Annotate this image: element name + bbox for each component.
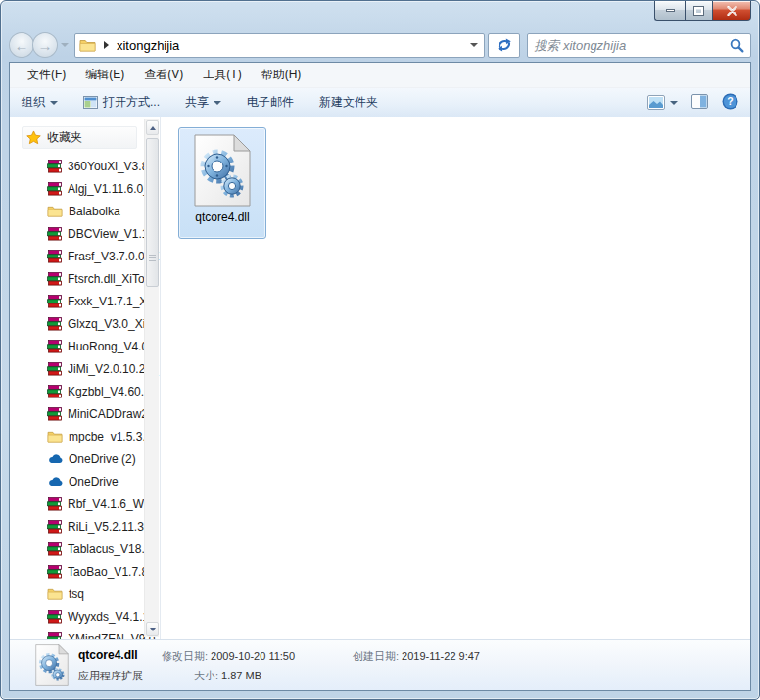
sidebar-item[interactable]: TaoBao_V1.7.8.: [10, 560, 160, 583]
command-bar: 组织 打开方式... 共享 电子邮件 新建文件夹: [10, 88, 750, 117]
details-file-name: qtcore4.dll: [78, 648, 138, 662]
new-folder-button[interactable]: 新建文件夹: [319, 94, 378, 111]
close-icon: [727, 6, 737, 16]
scrollbar-thumb[interactable]: [146, 138, 159, 287]
sidebar-item[interactable]: MiniCADDraw20: [10, 402, 160, 425]
sidebar-item[interactable]: Fxxk_V1.7.1_XiT: [10, 290, 160, 312]
sidebar-item[interactable]: Wyyxds_V4.1.1.: [10, 605, 160, 628]
archive-icon: [47, 520, 62, 534]
menu-help[interactable]: 帮助(H): [261, 67, 302, 83]
sidebar-item-label: OneDrive (2): [69, 452, 136, 466]
details-file-type: 应用程序扩展: [78, 669, 143, 683]
organize-button[interactable]: 组织: [22, 94, 58, 111]
file-item-qtcore4-dll[interactable]: qtcore4.dll: [178, 127, 266, 239]
search-input[interactable]: [534, 38, 730, 53]
forward-button[interactable]: →: [32, 32, 58, 58]
views-button[interactable]: [647, 95, 678, 110]
sidebar-item-label: Kgzbbl_V4.60.0: [68, 385, 151, 398]
sidebar-item[interactable]: mpcbe_v1.5.3.4: [10, 425, 160, 447]
navigation-bar: ← → xitongzhijia: [9, 28, 751, 62]
folder-icon: [79, 38, 96, 52]
help-icon: ?: [722, 93, 738, 110]
content-frame: 文件(F) 编辑(E) 查看(V) 工具(T) 帮助(H) 组织 打开方式...: [9, 62, 751, 691]
archive-icon: [47, 362, 62, 376]
share-button[interactable]: 共享: [185, 94, 221, 111]
chevron-down-icon: [214, 101, 221, 105]
sidebar-item[interactable]: HuoRong_V4.0.: [10, 335, 160, 357]
title-bar[interactable]: [1, 1, 759, 28]
sidebar-scrollbar[interactable]: [144, 119, 159, 637]
body-row: 收藏夹 360YouXi_V3.8.Algj_V1.11.6.0_XBalabo…: [10, 117, 750, 639]
scroll-down-button[interactable]: [146, 622, 159, 636]
search-icon[interactable]: [730, 38, 744, 53]
sidebar-item-label: Ftsrch.dll_XiTon: [68, 272, 151, 286]
menu-file[interactable]: 文件(F): [27, 67, 66, 83]
preview-pane-icon: [691, 94, 708, 109]
sidebar-item[interactable]: OneDrive: [10, 470, 160, 492]
details-size: 大小:1.87 MB: [194, 669, 261, 683]
favorites-header[interactable]: 收藏夹: [22, 126, 137, 149]
archive-icon: [47, 340, 62, 353]
cloud-icon: [47, 476, 63, 487]
details-file-icon: [35, 644, 69, 688]
archive-icon: [47, 160, 62, 173]
archive-icon: [47, 385, 62, 398]
address-bar[interactable]: xitongzhijia: [74, 33, 485, 58]
folder-icon: [47, 205, 63, 217]
sidebar-item[interactable]: OneDrive (2): [10, 447, 160, 470]
scroll-up-button[interactable]: [146, 120, 159, 135]
details-created: 创建日期:2019-11-22 9:47: [353, 649, 480, 664]
sidebar-item[interactable]: Glxzq_V3.0_XiTo: [10, 312, 160, 335]
sidebar-item-label: 360YouXi_V3.8.: [68, 160, 152, 173]
breadcrumb-separator-icon: [104, 41, 109, 49]
sidebar-item-label: Rbf_V4.1.6_Win: [68, 497, 153, 511]
sidebar-item[interactable]: 360YouXi_V3.8.: [10, 155, 160, 177]
preview-pane-button[interactable]: [691, 94, 708, 112]
archive-icon: [47, 542, 62, 556]
file-list-area[interactable]: qtcore4.dll: [161, 117, 750, 639]
menu-edit[interactable]: 编辑(E): [85, 67, 124, 83]
chevron-down-icon: [50, 101, 58, 105]
close-button[interactable]: [712, 1, 751, 21]
sidebar-item[interactable]: Tablacus_V18.0: [10, 537, 160, 560]
archive-icon: [47, 295, 62, 308]
sidebar-item[interactable]: Rbf_V4.1.6_Win: [10, 492, 160, 515]
back-button[interactable]: ←: [9, 32, 34, 58]
folder-icon: [47, 430, 63, 443]
email-button[interactable]: 电子邮件: [247, 94, 294, 111]
star-icon: [26, 130, 41, 145]
archive-icon: [47, 182, 62, 196]
sidebar-item[interactable]: JiMi_V2.0.10.24_: [10, 357, 160, 380]
sidebar-item-label: tsq: [69, 587, 84, 601]
folder-icon: [47, 587, 63, 600]
archive-icon: [47, 272, 62, 286]
open-with-button[interactable]: 打开方式...: [83, 94, 160, 111]
maximize-button[interactable]: [685, 1, 712, 21]
help-button[interactable]: ?: [722, 93, 738, 113]
sidebar-item[interactable]: Frasf_V3.7.0.0_X: [10, 245, 160, 267]
archive-icon: [47, 250, 62, 263]
refresh-button[interactable]: [488, 33, 520, 58]
recent-pages-dropdown-icon[interactable]: [61, 43, 69, 47]
sidebar-item[interactable]: tsq: [10, 583, 160, 605]
menu-view[interactable]: 查看(V): [144, 67, 183, 83]
minimize-button[interactable]: [654, 1, 685, 21]
back-arrow-icon: ←: [14, 37, 28, 54]
sidebar-item-label: MiniCADDraw20: [68, 407, 155, 421]
dll-file-icon: [194, 134, 251, 207]
menu-tools[interactable]: 工具(T): [203, 67, 241, 83]
sidebar-item[interactable]: Kgzbbl_V4.60.0: [10, 380, 160, 402]
sidebar-item[interactable]: Balabolka: [10, 200, 160, 222]
sidebar-item-label: Balabolka: [69, 205, 120, 218]
sidebar-item[interactable]: Algj_V1.11.6.0_X: [10, 177, 160, 200]
archive-icon: [47, 497, 62, 511]
breadcrumb-folder[interactable]: xitongzhijia: [117, 38, 470, 53]
sidebar-item[interactable]: DBCView_V1.1_: [10, 222, 160, 245]
archive-icon: [47, 407, 62, 421]
sidebar-item[interactable]: Ftsrch.dll_XiTon: [10, 267, 160, 290]
cloud-icon: [47, 453, 63, 464]
sidebar-item[interactable]: RiLi_V5.2.11.354: [10, 515, 160, 537]
address-dropdown-icon[interactable]: [470, 43, 478, 47]
sidebar-item-label: OneDrive: [69, 475, 119, 489]
window-controls: [654, 1, 751, 21]
